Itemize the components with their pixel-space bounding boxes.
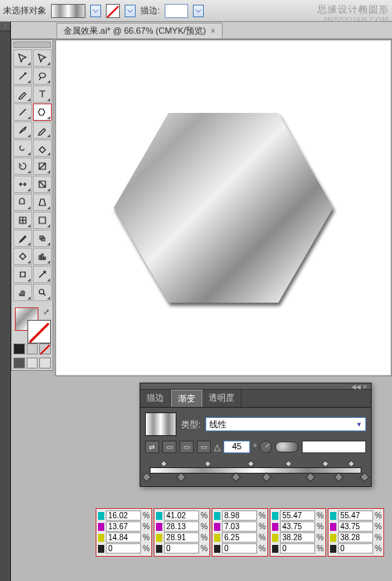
toolbox-grip[interactable]	[13, 42, 51, 48]
gradient-midpoint[interactable]	[347, 460, 355, 468]
gradient-stop[interactable]	[360, 472, 370, 482]
c-value[interactable]: 55.47	[338, 510, 373, 521]
scale-tool[interactable]	[33, 158, 52, 175]
stroke-indicator[interactable]	[27, 320, 51, 343]
slice-tool[interactable]	[33, 266, 52, 283]
y-value[interactable]: 38.28	[338, 532, 373, 543]
k-value[interactable]: 0	[280, 543, 315, 554]
c-value[interactable]: 8.98	[222, 510, 257, 521]
y-value[interactable]: 38.28	[280, 532, 315, 543]
y-value[interactable]: 14.84	[106, 532, 141, 543]
zoom-tool[interactable]	[33, 284, 52, 301]
c-value[interactable]: 41.02	[164, 510, 199, 521]
gradient-midpoint[interactable]	[160, 460, 168, 468]
direct-selection-tool[interactable]	[33, 49, 52, 67]
screen-mode-full[interactable]	[27, 358, 38, 369]
mesh-tool[interactable]	[13, 212, 32, 229]
eyedropper-tool[interactable]	[13, 230, 32, 247]
type-label: 类型:	[181, 419, 201, 430]
gradient-stop[interactable]	[305, 472, 315, 482]
document-tab[interactable]: 金属效果.ai* @ 66.67% (CMYK/预览) ×	[56, 23, 223, 38]
screen-mode-normal[interactable]	[13, 358, 25, 369]
k-value[interactable]: 0	[338, 543, 373, 554]
line-tool[interactable]	[13, 103, 32, 121]
stroke-dropdown[interactable]	[125, 5, 136, 17]
stroke-weight-dd[interactable]	[193, 5, 204, 17]
shape-builder-tool[interactable]	[13, 194, 32, 211]
artboard-tool[interactable]	[13, 266, 32, 283]
gradient-tool[interactable]	[33, 212, 52, 229]
gradient-stop[interactable]	[262, 472, 272, 482]
rotate-tool[interactable]	[13, 158, 32, 175]
m-value[interactable]: 43.75	[338, 521, 373, 532]
width-tool[interactable]	[13, 176, 32, 193]
gradient-midpoint[interactable]	[247, 460, 255, 468]
free-transform-tool[interactable]	[33, 176, 52, 193]
aspect-field[interactable]	[302, 441, 366, 453]
m-value[interactable]: 7.03	[222, 521, 257, 532]
m-value[interactable]: 13.67	[106, 521, 141, 532]
angle-dial[interactable]	[260, 441, 272, 453]
stroke-grad-2[interactable]: ▭	[180, 441, 194, 453]
k-value[interactable]: 0	[106, 543, 141, 554]
gradient-slider[interactable]	[147, 458, 365, 480]
percent-label: %	[143, 544, 150, 553]
c-value[interactable]: 16.02	[106, 510, 141, 521]
eraser-tool[interactable]	[33, 140, 52, 157]
hexagon-artwork[interactable]	[114, 113, 333, 303]
gradient-stop[interactable]	[176, 472, 187, 482]
gradient-stop[interactable]	[142, 472, 152, 482]
gradient-midpoint[interactable]	[285, 460, 292, 468]
panel-collapse-icon[interactable]: ◀◀ ✕	[351, 383, 368, 390]
tab-transparency[interactable]: 透明度	[202, 390, 241, 407]
reverse-gradient-btn[interactable]: ⇄	[145, 441, 159, 453]
close-icon[interactable]: ×	[211, 27, 216, 35]
selection-tool[interactable]	[13, 49, 32, 67]
y-value[interactable]: 28.91	[164, 532, 199, 543]
lasso-tool[interactable]	[33, 67, 52, 85]
hand-tool[interactable]	[13, 284, 32, 301]
tab-stroke[interactable]: 描边	[140, 390, 171, 407]
graph-tool[interactable]	[33, 248, 52, 265]
m-value[interactable]: 28.13	[164, 521, 199, 532]
blob-tool[interactable]	[13, 140, 32, 157]
gradient-stop[interactable]	[333, 472, 343, 482]
gradient-midpoint[interactable]	[204, 460, 212, 468]
gradient-mode-btn[interactable]	[27, 343, 38, 354]
hexagon-tool[interactable]	[33, 103, 52, 121]
symbol-tool[interactable]	[13, 248, 32, 265]
tab-gradient[interactable]: 渐变	[171, 390, 202, 407]
stroke-weight-field[interactable]	[165, 4, 188, 18]
brush-tool[interactable]	[13, 122, 32, 139]
k-value[interactable]: 0	[222, 543, 257, 554]
percent-label: %	[317, 522, 324, 531]
pen-tool[interactable]	[13, 85, 32, 103]
pencil-tool[interactable]	[33, 122, 52, 139]
perspective-tool[interactable]	[33, 194, 52, 211]
magic-wand-tool[interactable]	[13, 67, 32, 85]
fill-dropdown[interactable]	[90, 5, 101, 17]
color-mode-btn[interactable]	[13, 343, 25, 354]
none-mode-btn[interactable]	[39, 343, 51, 354]
stroke-grad-1[interactable]: ▭	[162, 441, 176, 453]
stroke-swatch[interactable]	[106, 4, 120, 18]
aspect-preview[interactable]	[275, 441, 299, 452]
y-value[interactable]: 6.25	[222, 532, 257, 543]
k-value[interactable]: 0	[164, 543, 199, 554]
gradient-midpoint[interactable]	[321, 460, 329, 468]
gradient-type-select[interactable]: 线性 ▼	[205, 417, 366, 431]
blend-tool[interactable]	[33, 230, 52, 247]
panel-grip[interactable]: ◀◀ ✕	[140, 383, 371, 390]
m-value[interactable]: 43.75	[280, 521, 315, 532]
gradient-stop[interactable]	[231, 472, 241, 482]
gradient-preview[interactable]	[145, 412, 176, 436]
swap-fill-stroke-icon[interactable]: ⤢	[43, 307, 49, 316]
dock-grip[interactable]: ⋮	[0, 22, 10, 31]
type-tool[interactable]	[33, 85, 52, 103]
angle-field[interactable]: 45	[223, 441, 250, 453]
stroke-grad-3[interactable]: ▭	[197, 441, 211, 453]
fill-swatch[interactable]	[51, 4, 85, 18]
c-value[interactable]: 55.47	[280, 510, 315, 521]
screen-mode-present[interactable]	[39, 358, 51, 369]
artboard[interactable]	[55, 39, 392, 376]
